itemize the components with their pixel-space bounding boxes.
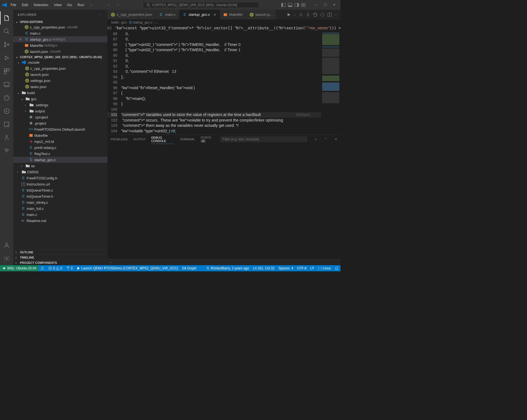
activity-search[interactable] — [0, 25, 13, 38]
layout-icon[interactable] — [301, 3, 306, 7]
section-timeline[interactable]: ›TIMELINE — [13, 255, 107, 260]
git-graph-button[interactable]: Git Graph — [180, 266, 198, 270]
code-line[interactable]: "comment">* them away as the variables n… — [121, 123, 321, 128]
code-line[interactable]: 0, — [121, 64, 321, 69]
layout-icon[interactable] — [288, 3, 292, 7]
activity-item[interactable] — [0, 144, 13, 158]
code-line[interactable]: "comment">/* Variables used to store the… — [121, 112, 321, 118]
file-item[interactable]: C startup_gcc.c — [13, 157, 107, 163]
folder-item[interactable]: ⌄ gcc — [13, 96, 107, 102]
code-line[interactable]: { — [121, 91, 321, 96]
open-editor-item[interactable]: Makefile build/gcc — [13, 42, 107, 48]
folder-item[interactable]: › iar — [13, 163, 107, 169]
open-editor-item[interactable]: c_cpp_properties.json .vscode — [13, 24, 107, 30]
code-line[interactable]: ( "type">uint32_t "comment">* ) "fn">TIM… — [121, 47, 321, 53]
back-icon[interactable] — [313, 12, 317, 17]
breadcrumb-segment[interactable]: ... — [155, 20, 158, 24]
code-line[interactable]: 0, — [121, 53, 321, 58]
eol-status[interactable]: LF — [308, 266, 316, 270]
nav-back-button[interactable]: ← — [105, 1, 113, 9]
code-line[interactable]: 0, — [121, 58, 321, 64]
file-item[interactable]: launch.json — [13, 71, 107, 78]
folder-item[interactable]: ⌄ .vscode — [13, 59, 107, 65]
code-line[interactable]: 0, — [121, 31, 321, 37]
file-item[interactable]: tasks.json — [13, 84, 107, 90]
code-line[interactable]: } — [121, 101, 321, 107]
launch-config[interactable]: Launch QEMU RTOSDemo (CORTEX_MPS2_QEMU_I… — [74, 266, 180, 270]
menu-file[interactable]: File — [8, 2, 19, 8]
code-line[interactable]: "kw">volatile "type">uint32_t r1; — [121, 134, 321, 135]
split-icon[interactable] — [327, 12, 332, 17]
file-item[interactable]: C FreeRTOSConfig.h — [13, 175, 107, 181]
ports-status[interactable]: 0 — [64, 266, 75, 270]
section-outline[interactable]: ›OUTLINE — [13, 249, 107, 255]
debug-console-output[interactable] — [107, 144, 340, 259]
encoding-status[interactable]: UTF-8 — [295, 266, 308, 270]
code-line[interactable]: "comment">* occurs. These are "kw">volat… — [121, 118, 321, 123]
activity-extensions[interactable] — [0, 65, 13, 78]
code-line[interactable] — [121, 107, 321, 112]
panel-tab-output[interactable]: OUTPUT — [133, 136, 146, 142]
sidebar-more-icon[interactable]: ··· — [100, 13, 103, 16]
file-item[interactable]: c_cpp_properties.json — [13, 65, 107, 71]
run-icon[interactable] — [286, 12, 291, 17]
breadcrumb-segment[interactable]: gcc — [121, 20, 126, 24]
menu-edit[interactable]: Edit — [20, 2, 30, 8]
code-line[interactable]: 0, "comment">// Ethernet 13 — [121, 69, 321, 74]
folder-item[interactable]: › .settings — [13, 102, 107, 108]
remote-indicator[interactable]: WSL: Ubuntu-20.04 — [0, 265, 38, 271]
open-editor-item[interactable]: ✕ C startup_gcc.c build/gcc — [13, 36, 107, 42]
editor-tab[interactable]: C startup_gcc.c ✕ — [179, 10, 220, 19]
more-icon[interactable]: ··· — [335, 12, 338, 17]
maximize-button[interactable]: ☐ — [321, 1, 329, 9]
code-line[interactable]: "kw">volatile "type">uint32_t r0; — [121, 128, 321, 134]
editor-tab[interactable]: Makefile — [220, 10, 246, 19]
cursor-position[interactable]: Ln 101, Col 32 — [251, 266, 277, 270]
diff-icon[interactable] — [306, 12, 310, 17]
panel-tab-terminal[interactable]: TERMINAL — [180, 136, 195, 142]
folder-item[interactable]: › CMSIS — [13, 169, 107, 175]
file-item[interactable]: M↓ Readme.md — [13, 218, 107, 224]
activity-item[interactable] — [0, 104, 13, 118]
file-item[interactable]: C IntQueueTimer.c — [13, 187, 107, 193]
problems-button[interactable]: 0 0 — [46, 266, 64, 270]
sync-button[interactable] — [38, 266, 46, 270]
open-editors-header[interactable]: ⌄ OPEN EDITORS — [13, 19, 107, 24]
activity-accounts[interactable] — [0, 239, 13, 252]
folder-item[interactable]: ⌄ build — [13, 90, 107, 96]
breadcrumb[interactable]: build › gcc › Cstartup_gcc.c › ... — [107, 19, 340, 25]
file-item[interactable]: settings.json — [13, 78, 107, 84]
debug-input-chevron[interactable]: › — [107, 259, 340, 265]
circle-icon[interactable] — [320, 12, 325, 17]
code-line[interactable] — [121, 80, 321, 85]
editor-tab[interactable]: C main.c — [156, 10, 179, 19]
breadcrumb-segment[interactable]: startup_gcc.c — [133, 20, 152, 24]
code-content[interactable]: 0, 0, ( "type">uint32_t "comment">* ) "f… — [121, 31, 321, 135]
activity-remote[interactable] — [0, 78, 13, 91]
file-item[interactable]: .project — [13, 120, 107, 126]
close-icon[interactable]: ✕ — [19, 37, 23, 42]
activity-settings[interactable] — [0, 252, 13, 265]
language-mode[interactable]: Linux — [316, 266, 333, 270]
code-line[interactable]: "fn">main(); — [121, 96, 321, 102]
panel-collapse-icon[interactable]: ⌃ — [324, 138, 327, 141]
activity-item[interactable] — [0, 131, 13, 144]
panel-settings-icon[interactable]: ≡ — [315, 138, 317, 141]
close-tab-icon[interactable]: ✕ — [213, 12, 216, 17]
activity-item[interactable] — [0, 91, 13, 104]
file-item[interactable]: Instructions.url — [13, 181, 107, 187]
notifications-button[interactable] — [333, 266, 340, 270]
panel-close-icon[interactable]: ✕ — [335, 138, 337, 141]
file-item[interactable]: C main.c — [13, 212, 107, 218]
activity-item[interactable] — [0, 118, 13, 131]
git-blame-status[interactable]: RichardBarry, 2 years ago — [204, 266, 251, 270]
menu-go[interactable]: Go — [65, 2, 74, 8]
folder-item[interactable]: › output — [13, 108, 107, 114]
file-item[interactable]: </> FreeRTOSDemo Default.launch — [13, 126, 107, 132]
menu-overflow[interactable]: ··· — [87, 2, 95, 8]
editor-tab[interactable]: launch.js... — [246, 10, 276, 19]
file-item[interactable]: .cproject — [13, 114, 107, 120]
editor-tab[interactable]: c_cpp_properties.json — [107, 10, 156, 19]
nav-forward-button[interactable]: → — [114, 1, 121, 9]
file-item[interactable]: C RegTest.c — [13, 151, 107, 157]
